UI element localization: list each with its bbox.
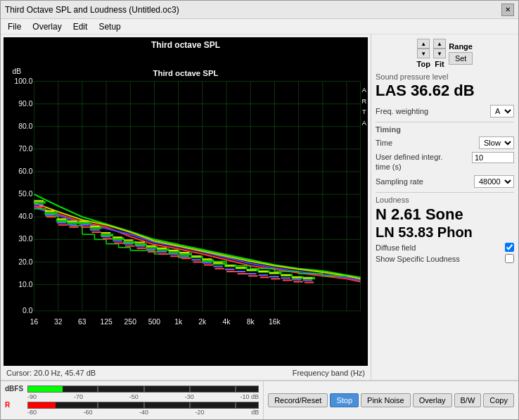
chart-title: Third octave SPL: [151, 40, 220, 50]
sampling-rate-label: Sampling rate: [376, 177, 423, 186]
svg-text:90.0: 90.0: [18, 100, 32, 108]
svg-rect-180: [225, 265, 234, 267]
svg-rect-126: [181, 257, 191, 259]
time-select[interactable]: Fast Slow: [479, 136, 514, 149]
menu-file[interactable]: File: [5, 21, 24, 32]
menu-overlay[interactable]: Overlay: [30, 21, 64, 32]
svg-rect-95: [113, 238, 124, 239]
svg-rect-145: [113, 240, 122, 241]
meter-scale-top: -90 -70 -50 -30 -10 dB: [5, 393, 259, 400]
pink-noise-button[interactable]: Pink Noise: [361, 393, 411, 407]
svg-rect-118: [91, 231, 101, 233]
fit-label: Fit: [435, 60, 444, 68]
scale-minus10db: -10 dB: [241, 393, 260, 400]
fit-nav-group: ▲ ▼ Fit: [433, 39, 446, 68]
svg-rect-129: [214, 268, 224, 269]
sampling-rate-select[interactable]: 44100 48000 96000: [474, 175, 514, 188]
top-up-button[interactable]: ▲: [417, 39, 430, 49]
svg-text:Third octave SPL: Third octave SPL: [153, 69, 219, 77]
r-meter-row: R: [5, 401, 259, 409]
time-row: Time Fast Slow: [376, 136, 514, 149]
chart-area: 100.0 90.0 80.0 70.0 60.0 50.0 40.0 30.0…: [1, 34, 371, 380]
svg-rect-148: [146, 249, 155, 250]
freq-weighting-select[interactable]: A B C Z: [490, 105, 514, 117]
stop-button[interactable]: Stop: [330, 393, 359, 407]
show-specific-label: Show Specific Loudness: [376, 255, 460, 263]
svg-rect-140: [57, 222, 66, 224]
show-specific-checkbox[interactable]: [505, 254, 514, 263]
svg-rect-154: [213, 266, 222, 267]
svg-rect-89: [45, 212, 57, 214]
bottom-area: dBFS -90 -70 -50 -30: [1, 380, 518, 419]
svg-text:dB: dB: [12, 68, 21, 75]
meter-scale-bottom: -80 -60 -40 -20 dB: [5, 409, 259, 416]
svg-rect-166: [68, 220, 77, 222]
record-reset-button[interactable]: Record/Reset: [268, 393, 328, 407]
svg-rect-162: [303, 279, 312, 281]
r-meter-fill: [28, 402, 56, 408]
svg-rect-132: [248, 275, 257, 276]
svg-rect-131: [238, 273, 247, 274]
svg-text:A: A: [362, 87, 367, 94]
bw-button[interactable]: B/W: [454, 393, 482, 407]
svg-rect-176: [180, 252, 189, 253]
top-down-button[interactable]: ▼: [417, 49, 430, 58]
copy-button[interactable]: Copy: [483, 393, 514, 407]
user-defined-label: User defined integr. time (s): [376, 152, 446, 172]
svg-rect-135: [283, 279, 292, 281]
svg-rect-98: [146, 247, 158, 248]
timing-title: Timing: [376, 125, 514, 134]
r-meter-bar: [27, 402, 259, 409]
menu-setup[interactable]: Setup: [96, 21, 123, 32]
svg-rect-146: [124, 243, 133, 245]
svg-rect-92: [79, 222, 91, 224]
svg-rect-157: [247, 273, 256, 274]
level-meter-section: dBFS -90 -70 -50 -30: [1, 381, 263, 419]
svg-rect-116: [69, 227, 78, 228]
diffuse-field-label: Diffuse field: [376, 243, 416, 252]
overlay-button[interactable]: Overlay: [413, 393, 452, 407]
loudness-ln-value: LN 53.83 Phon: [376, 224, 514, 241]
svg-rect-103: [203, 260, 214, 261]
scale-bot-minus40: -40: [139, 409, 148, 416]
dbfs-label: dBFS: [5, 385, 25, 393]
freq-weighting-row: Freq. weighting A B C Z: [376, 105, 514, 117]
svg-text:10.0: 10.0: [18, 281, 32, 288]
fit-down-button[interactable]: ▼: [433, 49, 446, 58]
svg-rect-171: [124, 239, 133, 241]
svg-rect-119: [103, 238, 112, 239]
svg-text:63: 63: [78, 318, 86, 326]
diffuse-field-checkbox[interactable]: [505, 243, 514, 252]
menu-edit[interactable]: Edit: [70, 21, 91, 32]
fit-up-button[interactable]: ▲: [433, 39, 446, 49]
svg-text:A: A: [362, 120, 367, 127]
main-content: 100.0 90.0 80.0 70.0 60.0 50.0 40.0 30.0…: [1, 34, 518, 380]
svg-rect-123: [148, 251, 157, 253]
svg-rect-182: [247, 269, 256, 271]
set-button[interactable]: Set: [449, 52, 473, 65]
svg-rect-174: [158, 248, 167, 249]
r-label: R: [5, 401, 25, 409]
chart-svg: 100.0 90.0 80.0 70.0 60.0 50.0 40.0 30.0…: [4, 37, 368, 366]
svg-rect-121: [125, 246, 134, 247]
close-button[interactable]: ✕: [501, 4, 514, 16]
l-meter-row: dBFS: [5, 385, 259, 393]
svg-rect-117: [81, 227, 90, 228]
user-defined-input[interactable]: [472, 152, 514, 163]
svg-rect-115: [58, 224, 68, 226]
svg-rect-139: [45, 214, 54, 215]
svg-text:50.0: 50.0: [18, 190, 32, 198]
svg-rect-122: [137, 248, 146, 249]
svg-text:T: T: [362, 108, 366, 115]
svg-rect-153: [203, 262, 212, 263]
svg-rect-175: [169, 250, 178, 251]
svg-text:40.0: 40.0: [18, 212, 32, 220]
freq-band-label: Frequency band (Hz): [293, 369, 365, 377]
svg-rect-151: [180, 255, 189, 257]
svg-rect-184: [269, 272, 278, 274]
scale-minus50: -50: [129, 393, 139, 400]
svg-text:16: 16: [30, 318, 39, 326]
svg-text:20.0: 20.0: [18, 258, 32, 266]
show-specific-row: Show Specific Loudness: [376, 254, 514, 263]
loudness-n-value: N 2.61 Sone: [376, 205, 514, 224]
